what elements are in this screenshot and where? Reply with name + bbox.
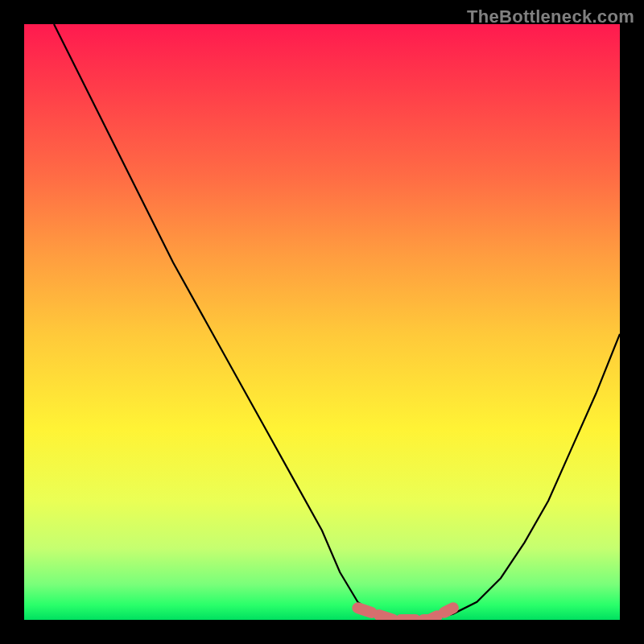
target-band-path <box>357 608 452 620</box>
plot-area <box>24 24 620 620</box>
chart-svg <box>24 24 620 620</box>
chart-frame: TheBottleneck.com <box>0 0 644 644</box>
watermark-text: TheBottleneck.com <box>467 6 634 27</box>
bottleneck-curve-path <box>54 24 620 620</box>
